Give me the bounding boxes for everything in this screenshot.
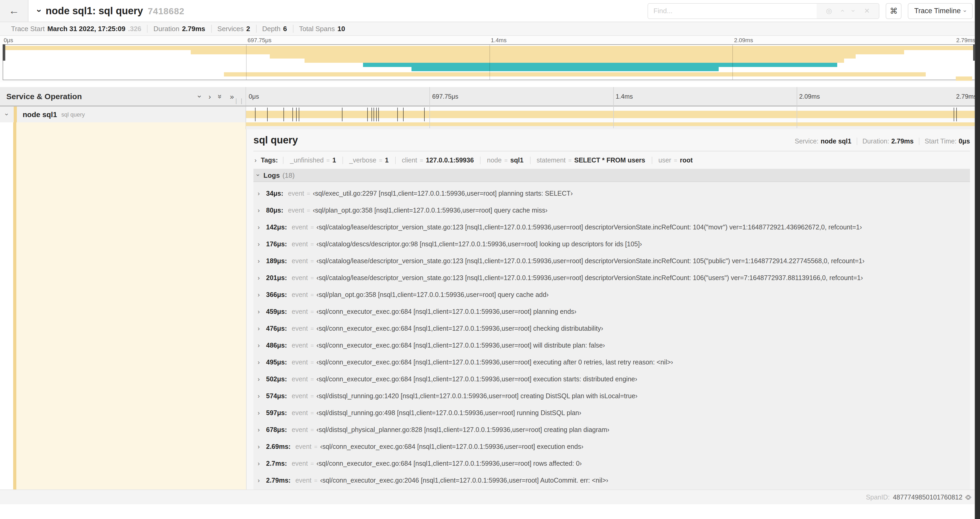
log-equals: =: [314, 477, 317, 484]
log-equals: =: [310, 275, 314, 281]
chevron-right-icon[interactable]: ›: [258, 443, 266, 450]
log-timestamp: 80μs:: [266, 207, 283, 214]
log-entry-row[interactable]: ›80μs:event=‹sql/plan_opt.go:358 [nsql1,…: [258, 202, 970, 219]
log-entry-row[interactable]: ›201μs:event=‹sql/catalog/lease/descript…: [258, 270, 970, 286]
chevron-right-icon[interactable]: ›: [258, 207, 266, 214]
trace-info-label: Depth: [262, 25, 280, 33]
minimap-left-scrubber-handle[interactable]: [3, 44, 5, 61]
column-resizer-grip[interactable]: ❘❘: [234, 97, 245, 104]
chevron-right-icon[interactable]: ›: [258, 325, 266, 332]
log-entry-row[interactable]: ›2.79ms:event=‹sql/conn_executor_exec.go…: [258, 472, 970, 489]
chevron-right-icon[interactable]: ›: [258, 241, 266, 248]
log-field-name: event: [288, 207, 304, 214]
log-entry-row[interactable]: ›574μs:event=‹sql/distsql_running.go:142…: [258, 388, 970, 404]
tag-value: SELECT * FROM users: [574, 156, 646, 164]
chevron-down-icon[interactable]: ›: [35, 9, 44, 12]
log-entry-row[interactable]: ›476μs:event=‹sql/conn_executor_exec.go:…: [258, 320, 970, 337]
prev-match-icon[interactable]: ›: [838, 10, 846, 12]
chevron-right-icon[interactable]: ›: [258, 308, 266, 315]
log-entry-row[interactable]: ›176μs:event=‹sql/catalog/descs/descript…: [258, 236, 970, 252]
find-input[interactable]: [648, 3, 817, 18]
chevron-right-icon[interactable]: ›: [258, 426, 266, 434]
trace-info-value: 2.79ms: [182, 25, 205, 33]
gutter-white: [0, 129, 13, 489]
row-chevron-down-icon[interactable]: ›: [3, 108, 11, 121]
chevron-right-icon[interactable]: ›: [258, 359, 266, 366]
tag-key: statement: [537, 156, 566, 164]
expand-one-icon[interactable]: ›: [208, 93, 211, 100]
minimap-canvas[interactable]: [3, 44, 976, 80]
log-message: ‹sql/catalog/lease/descriptor_version_st…: [317, 274, 863, 282]
timeline-tick-label: 2.09ms: [799, 93, 820, 100]
tags-accordion[interactable]: › Tags: _unfinished=1_verbose=1client=12…: [253, 152, 970, 169]
log-timestamp: 2.69ms:: [266, 443, 291, 450]
trace-info-item: Total Spans10: [293, 25, 351, 33]
logs-accordion-header[interactable]: › Logs (18): [253, 169, 970, 182]
log-entry-row[interactable]: ›142μs:event=‹sql/catalog/lease/descript…: [258, 219, 970, 236]
span-row-name-cell[interactable]: › node sql1 sql query: [0, 107, 246, 122]
clear-find-icon[interactable]: ✕: [864, 7, 870, 15]
log-field-name: event: [292, 426, 308, 434]
detail-left-column: [16, 122, 245, 129]
gutter-white: [0, 122, 13, 129]
log-entry-row[interactable]: ›459μs:event=‹sql/conn_executor_exec.go:…: [258, 303, 970, 320]
next-match-icon[interactable]: ›: [850, 10, 858, 12]
chevron-right-icon[interactable]: ›: [258, 291, 266, 299]
log-equals: =: [310, 427, 314, 433]
tag-key: node: [487, 156, 502, 164]
timeline-tick-label: 0μs: [249, 93, 259, 100]
log-message: ‹sql/conn_executor_exec.go:2046 [nsql1,c…: [320, 477, 608, 484]
log-field-name: event: [292, 241, 308, 248]
log-entry-row[interactable]: ›597μs:event=‹sql/distsql_running.go:498…: [258, 404, 970, 422]
log-entry-row[interactable]: ›366μs:event=‹sql/plan_opt.go:358 [nsql1…: [258, 286, 970, 303]
trace-info-item: Trace StartMarch 31 2022, 17:25:09.326: [5, 25, 147, 33]
log-entry-row[interactable]: ›502μs:event=‹sql/conn_executor_exec.go:…: [258, 371, 970, 388]
chevron-right-icon[interactable]: ›: [258, 190, 266, 197]
log-marker-tick: [954, 108, 954, 121]
log-timestamp: 142μs:: [266, 224, 287, 231]
chevron-right-icon[interactable]: ›: [258, 477, 266, 484]
log-marker-tick: [255, 108, 255, 121]
timeline-gridline: [430, 87, 430, 128]
log-message: ‹sql/plan_opt.go:358 [nsql1,client=127.0…: [313, 207, 547, 214]
span-stat-value: 2.79ms: [891, 138, 913, 145]
back-button[interactable]: ←: [0, 0, 29, 22]
chevron-right-icon[interactable]: ›: [258, 257, 266, 265]
minimap-axis-tick-label: 0μs: [4, 37, 13, 43]
log-entry-row[interactable]: ›486μs:event=‹sql/conn_executor_exec.go:…: [258, 337, 970, 354]
tag-item: _verbose=1: [342, 156, 395, 164]
chevron-right-icon[interactable]: ›: [258, 460, 266, 467]
logs-count: (18): [282, 171, 294, 179]
collapse-all-icon[interactable]: »: [217, 94, 224, 98]
copy-link-icon[interactable]: ⧉: [963, 492, 973, 502]
tag-equals: =: [326, 157, 330, 163]
chevron-right-icon[interactable]: ›: [258, 274, 266, 282]
minimap-span-bar: [269, 54, 856, 59]
collapse-one-icon[interactable]: ›: [196, 95, 204, 97]
chevron-right-icon[interactable]: ›: [258, 393, 266, 400]
log-field-name: event: [292, 308, 308, 315]
log-message: ‹sql/exec_util.go:2297 [nsql1,client=127…: [313, 190, 573, 197]
trace-info-item: Services2: [211, 25, 256, 33]
log-entry-row[interactable]: ›189μs:event=‹sql/catalog/lease/descript…: [258, 252, 970, 270]
keyboard-shortcuts-button[interactable]: ⌘: [886, 3, 902, 19]
log-marker-tick: [296, 108, 296, 121]
chevron-down-icon: ›: [255, 174, 262, 176]
log-entry-row[interactable]: ›34μs:event=‹sql/exec_util.go:2297 [nsql…: [258, 185, 970, 202]
match-locate-icon[interactable]: ◎: [826, 7, 832, 15]
chevron-right-icon[interactable]: ›: [258, 224, 266, 231]
log-field-name: event: [292, 409, 308, 417]
chevron-right-icon[interactable]: ›: [258, 409, 266, 417]
expand-collapse-controls: › › » »: [199, 93, 234, 100]
log-entry-row[interactable]: ›495μs:event=‹sql/conn_executor_exec.go:…: [258, 354, 970, 371]
view-selector-button[interactable]: Trace Timeline ›: [908, 3, 973, 19]
expand-all-icon[interactable]: »: [230, 93, 234, 100]
log-entry-row[interactable]: ›2.69ms:event=‹sql/conn_executor_exec.go…: [258, 438, 970, 455]
log-message: ‹sql/conn_executor_exec.go:684 [nsql1,cl…: [317, 325, 603, 332]
chevron-right-icon[interactable]: ›: [258, 342, 266, 349]
span-stat-label: Duration:: [862, 138, 889, 145]
trace-info-value: 6: [283, 25, 287, 33]
log-entry-row[interactable]: ›678μs:event=‹sql/distsql_physical_plann…: [258, 422, 970, 438]
chevron-right-icon[interactable]: ›: [258, 375, 266, 383]
log-entry-row[interactable]: ›2.7ms:event=‹sql/conn_executor_exec.go:…: [258, 455, 970, 472]
